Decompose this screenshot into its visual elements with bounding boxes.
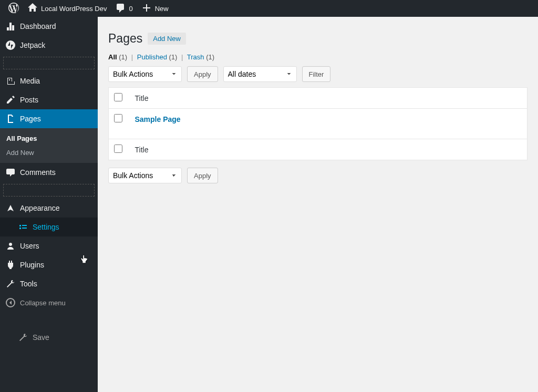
content-area: Pages Add New All (1) | Published (1) | …: [98, 17, 538, 392]
collapse-icon: [5, 297, 16, 308]
site-name-link[interactable]: Local WordPress Dev: [23, 0, 111, 17]
sidebar-label: Comments: [20, 168, 56, 177]
sidebar-item-settings[interactable]: Settings: [0, 218, 98, 236]
settings-icon: [18, 222, 28, 232]
collapse-menu[interactable]: Collapse menu: [0, 293, 98, 312]
row-title-link[interactable]: Sample Page: [135, 115, 181, 123]
sidebar-label: Appearance: [20, 204, 60, 212]
svg-point-2: [9, 243, 12, 246]
sidebar-label: Tools: [20, 280, 37, 288]
wrench-icon: [18, 332, 28, 343]
filter-published-count: (1): [169, 53, 178, 61]
sidebar-separator: [3, 184, 95, 197]
sidebar-item-pages[interactable]: Pages: [0, 109, 98, 128]
pages-icon: [5, 114, 16, 124]
table-row: Sample Page: [109, 109, 527, 139]
appearance-icon: [5, 203, 16, 213]
wp-logo[interactable]: [4, 0, 23, 17]
column-title-header[interactable]: Title: [130, 88, 527, 109]
sidebar-label: Plugins: [20, 261, 44, 269]
sidebar-item-jetpack[interactable]: Jetpack: [0, 36, 98, 55]
filter-button[interactable]: Filter: [302, 66, 331, 82]
admin-sidebar: Dashboard Jetpack Media Posts Pages All …: [0, 17, 98, 392]
tools-icon: [5, 278, 16, 289]
select-all-bottom[interactable]: [114, 145, 122, 153]
tablenav-bottom: Bulk Actions Apply: [108, 168, 527, 183]
sidebar-label: Media: [20, 77, 40, 85]
comments-icon: [5, 167, 16, 178]
jetpack-icon: [5, 40, 16, 50]
sidebar-item-dashboard[interactable]: Dashboard: [0, 17, 98, 36]
posts-icon: [5, 95, 16, 105]
sidebar-item-users[interactable]: Users: [0, 236, 98, 255]
sidebar-label: Jetpack: [20, 41, 45, 49]
sidebar-label: Posts: [20, 96, 38, 104]
column-title-footer[interactable]: Title: [130, 139, 527, 160]
users-icon: [5, 241, 16, 251]
save-label: Save: [33, 333, 49, 342]
sidebar-item-comments[interactable]: Comments: [0, 163, 98, 182]
sidebar-item-posts[interactable]: Posts: [0, 90, 98, 109]
sidebar-label: Pages: [20, 115, 41, 123]
submenu-add-new[interactable]: Add New: [0, 146, 98, 160]
sidebar-item-save[interactable]: Save: [0, 328, 98, 347]
media-icon: [5, 76, 16, 86]
page-heading: Pages Add New: [108, 32, 527, 46]
plus-icon: [141, 3, 152, 15]
row-checkbox[interactable]: [114, 114, 122, 122]
sidebar-label: Users: [20, 242, 39, 250]
filter-published[interactable]: Published: [137, 53, 167, 61]
sidebar-label: Dashboard: [20, 22, 56, 30]
submenu-all-pages[interactable]: All Pages: [0, 131, 98, 146]
select-all-top[interactable]: [114, 93, 122, 101]
new-label: New: [155, 5, 169, 13]
comments-count: 0: [129, 5, 132, 13]
pages-table: Title Sample Page Title: [108, 87, 527, 160]
svg-point-0: [6, 40, 15, 50]
sidebar-separator: [3, 57, 95, 69]
admin-bar: Local WordPress Dev 0 New: [0, 0, 538, 17]
tablenav-top: Bulk Actions Apply All dates Filter: [108, 66, 527, 82]
plugins-icon: [5, 260, 16, 270]
bulk-actions-select[interactable]: Bulk Actions: [108, 66, 182, 82]
filter-trash-count: (1): [206, 53, 214, 61]
apply-button-bottom[interactable]: Apply: [187, 168, 218, 183]
sidebar-item-appearance[interactable]: Appearance: [0, 199, 98, 218]
sidebar-item-tools[interactable]: Tools: [0, 274, 98, 293]
apply-button-top[interactable]: Apply: [187, 66, 218, 82]
sidebar-item-media[interactable]: Media: [0, 71, 98, 90]
sidebar-item-plugins[interactable]: Plugins: [0, 255, 98, 274]
svg-point-1: [9, 79, 10, 80]
status-filters: All (1) | Published (1) | Trash (1): [108, 53, 527, 61]
new-content-link[interactable]: New: [137, 0, 173, 17]
bulk-actions-select-bottom[interactable]: Bulk Actions: [108, 168, 182, 183]
filter-all[interactable]: All: [108, 53, 117, 61]
comments-link[interactable]: 0: [111, 0, 137, 17]
wordpress-icon: [8, 3, 19, 15]
pages-submenu: All Pages Add New: [0, 128, 98, 163]
site-name-label: Local WordPress Dev: [41, 5, 107, 13]
add-new-button[interactable]: Add New: [148, 33, 186, 45]
dashboard-icon: [5, 21, 16, 32]
filter-trash[interactable]: Trash: [187, 53, 204, 61]
comment-icon: [115, 3, 126, 15]
home-icon: [27, 3, 38, 15]
dates-select[interactable]: All dates: [223, 66, 297, 82]
filter-all-count: (1): [119, 53, 127, 61]
sidebar-label: Settings: [33, 223, 59, 231]
page-title: Pages: [108, 32, 142, 46]
collapse-label: Collapse menu: [20, 299, 66, 307]
